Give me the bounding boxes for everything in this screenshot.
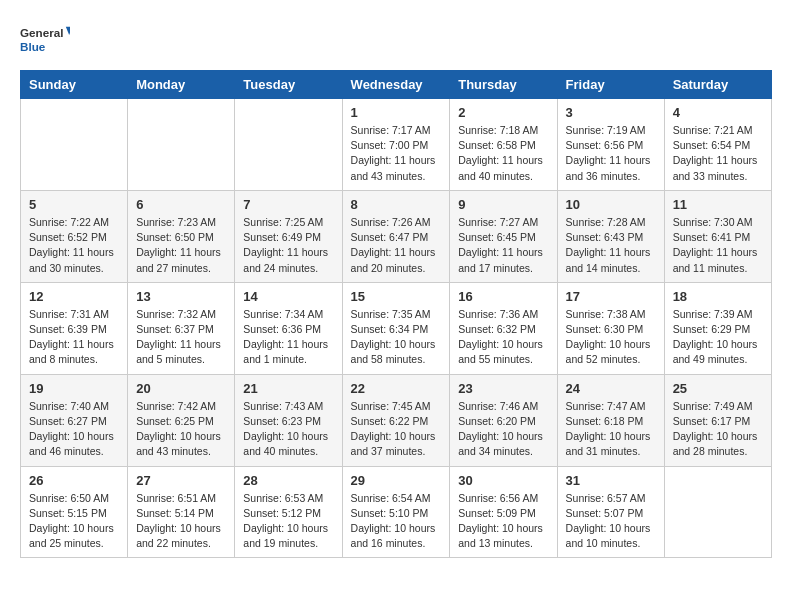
day-number: 19 [29,381,119,396]
calendar-cell [664,466,771,558]
day-info: Sunrise: 7:18 AM Sunset: 6:58 PM Dayligh… [458,123,548,184]
calendar-cell: 17Sunrise: 7:38 AM Sunset: 6:30 PM Dayli… [557,282,664,374]
day-info: Sunrise: 7:40 AM Sunset: 6:27 PM Dayligh… [29,399,119,460]
weekday-header: Thursday [450,71,557,99]
day-info: Sunrise: 7:32 AM Sunset: 6:37 PM Dayligh… [136,307,226,368]
calendar-cell: 9Sunrise: 7:27 AM Sunset: 6:45 PM Daylig… [450,190,557,282]
calendar-table: SundayMondayTuesdayWednesdayThursdayFrid… [20,70,772,558]
day-number: 24 [566,381,656,396]
svg-text:Blue: Blue [20,40,46,53]
day-info: Sunrise: 7:45 AM Sunset: 6:22 PM Dayligh… [351,399,442,460]
calendar-week-row: 26Sunrise: 6:50 AM Sunset: 5:15 PM Dayli… [21,466,772,558]
day-number: 25 [673,381,763,396]
calendar-cell: 30Sunrise: 6:56 AM Sunset: 5:09 PM Dayli… [450,466,557,558]
day-info: Sunrise: 7:46 AM Sunset: 6:20 PM Dayligh… [458,399,548,460]
calendar-cell: 7Sunrise: 7:25 AM Sunset: 6:49 PM Daylig… [235,190,342,282]
day-info: Sunrise: 7:25 AM Sunset: 6:49 PM Dayligh… [243,215,333,276]
calendar-cell: 22Sunrise: 7:45 AM Sunset: 6:22 PM Dayli… [342,374,450,466]
calendar-cell: 10Sunrise: 7:28 AM Sunset: 6:43 PM Dayli… [557,190,664,282]
day-number: 20 [136,381,226,396]
weekday-header: Saturday [664,71,771,99]
calendar-cell: 2Sunrise: 7:18 AM Sunset: 6:58 PM Daylig… [450,99,557,191]
day-number: 11 [673,197,763,212]
day-info: Sunrise: 7:19 AM Sunset: 6:56 PM Dayligh… [566,123,656,184]
day-info: Sunrise: 7:38 AM Sunset: 6:30 PM Dayligh… [566,307,656,368]
day-number: 6 [136,197,226,212]
day-number: 10 [566,197,656,212]
day-number: 26 [29,473,119,488]
day-number: 31 [566,473,656,488]
day-number: 9 [458,197,548,212]
calendar-week-row: 12Sunrise: 7:31 AM Sunset: 6:39 PM Dayli… [21,282,772,374]
calendar-cell [21,99,128,191]
calendar-cell: 15Sunrise: 7:35 AM Sunset: 6:34 PM Dayli… [342,282,450,374]
calendar-cell: 12Sunrise: 7:31 AM Sunset: 6:39 PM Dayli… [21,282,128,374]
svg-marker-2 [66,27,70,35]
day-info: Sunrise: 7:36 AM Sunset: 6:32 PM Dayligh… [458,307,548,368]
day-number: 30 [458,473,548,488]
day-info: Sunrise: 7:30 AM Sunset: 6:41 PM Dayligh… [673,215,763,276]
day-info: Sunrise: 7:22 AM Sunset: 6:52 PM Dayligh… [29,215,119,276]
calendar-cell: 5Sunrise: 7:22 AM Sunset: 6:52 PM Daylig… [21,190,128,282]
svg-text:General: General [20,27,63,40]
day-number: 16 [458,289,548,304]
day-info: Sunrise: 6:54 AM Sunset: 5:10 PM Dayligh… [351,491,442,552]
day-number: 23 [458,381,548,396]
day-info: Sunrise: 7:23 AM Sunset: 6:50 PM Dayligh… [136,215,226,276]
calendar-cell: 27Sunrise: 6:51 AM Sunset: 5:14 PM Dayli… [128,466,235,558]
calendar-cell: 28Sunrise: 6:53 AM Sunset: 5:12 PM Dayli… [235,466,342,558]
day-number: 18 [673,289,763,304]
calendar-cell: 13Sunrise: 7:32 AM Sunset: 6:37 PM Dayli… [128,282,235,374]
day-info: Sunrise: 6:50 AM Sunset: 5:15 PM Dayligh… [29,491,119,552]
day-info: Sunrise: 6:57 AM Sunset: 5:07 PM Dayligh… [566,491,656,552]
calendar-cell: 6Sunrise: 7:23 AM Sunset: 6:50 PM Daylig… [128,190,235,282]
logo: General Blue [20,20,70,60]
calendar-cell: 21Sunrise: 7:43 AM Sunset: 6:23 PM Dayli… [235,374,342,466]
day-info: Sunrise: 7:49 AM Sunset: 6:17 PM Dayligh… [673,399,763,460]
calendar-cell: 18Sunrise: 7:39 AM Sunset: 6:29 PM Dayli… [664,282,771,374]
day-info: Sunrise: 7:39 AM Sunset: 6:29 PM Dayligh… [673,307,763,368]
calendar-cell: 31Sunrise: 6:57 AM Sunset: 5:07 PM Dayli… [557,466,664,558]
day-info: Sunrise: 6:56 AM Sunset: 5:09 PM Dayligh… [458,491,548,552]
calendar-cell: 4Sunrise: 7:21 AM Sunset: 6:54 PM Daylig… [664,99,771,191]
day-number: 21 [243,381,333,396]
calendar-week-row: 1Sunrise: 7:17 AM Sunset: 7:00 PM Daylig… [21,99,772,191]
day-info: Sunrise: 7:34 AM Sunset: 6:36 PM Dayligh… [243,307,333,368]
day-info: Sunrise: 7:35 AM Sunset: 6:34 PM Dayligh… [351,307,442,368]
calendar-cell: 8Sunrise: 7:26 AM Sunset: 6:47 PM Daylig… [342,190,450,282]
weekday-header: Monday [128,71,235,99]
day-number: 15 [351,289,442,304]
day-number: 29 [351,473,442,488]
day-info: Sunrise: 6:53 AM Sunset: 5:12 PM Dayligh… [243,491,333,552]
day-info: Sunrise: 7:31 AM Sunset: 6:39 PM Dayligh… [29,307,119,368]
calendar-cell [128,99,235,191]
calendar-cell: 24Sunrise: 7:47 AM Sunset: 6:18 PM Dayli… [557,374,664,466]
day-number: 22 [351,381,442,396]
day-number: 28 [243,473,333,488]
day-info: Sunrise: 7:21 AM Sunset: 6:54 PM Dayligh… [673,123,763,184]
calendar-cell: 11Sunrise: 7:30 AM Sunset: 6:41 PM Dayli… [664,190,771,282]
day-number: 4 [673,105,763,120]
calendar-week-row: 19Sunrise: 7:40 AM Sunset: 6:27 PM Dayli… [21,374,772,466]
weekday-header: Friday [557,71,664,99]
calendar-cell: 25Sunrise: 7:49 AM Sunset: 6:17 PM Dayli… [664,374,771,466]
weekday-header: Tuesday [235,71,342,99]
day-number: 12 [29,289,119,304]
day-info: Sunrise: 7:27 AM Sunset: 6:45 PM Dayligh… [458,215,548,276]
day-info: Sunrise: 7:42 AM Sunset: 6:25 PM Dayligh… [136,399,226,460]
day-number: 8 [351,197,442,212]
day-info: Sunrise: 7:28 AM Sunset: 6:43 PM Dayligh… [566,215,656,276]
day-number: 5 [29,197,119,212]
calendar-cell [235,99,342,191]
calendar-cell: 14Sunrise: 7:34 AM Sunset: 6:36 PM Dayli… [235,282,342,374]
day-number: 2 [458,105,548,120]
day-number: 13 [136,289,226,304]
logo-svg: General Blue [20,20,70,60]
calendar-cell: 3Sunrise: 7:19 AM Sunset: 6:56 PM Daylig… [557,99,664,191]
day-number: 1 [351,105,442,120]
calendar-cell: 29Sunrise: 6:54 AM Sunset: 5:10 PM Dayli… [342,466,450,558]
day-info: Sunrise: 7:47 AM Sunset: 6:18 PM Dayligh… [566,399,656,460]
day-info: Sunrise: 7:26 AM Sunset: 6:47 PM Dayligh… [351,215,442,276]
day-number: 17 [566,289,656,304]
calendar-cell: 1Sunrise: 7:17 AM Sunset: 7:00 PM Daylig… [342,99,450,191]
